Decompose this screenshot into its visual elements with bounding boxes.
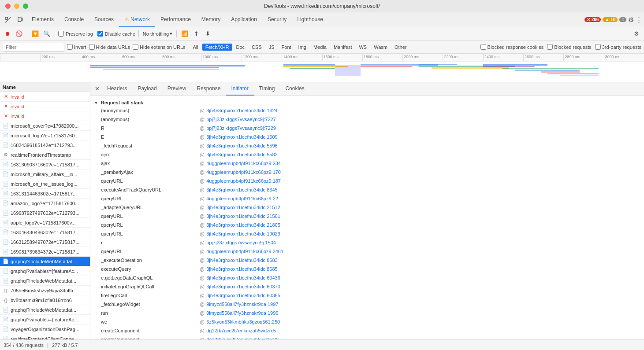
call-link[interactable]: 3jh4e3rghxoxn1icefnu34idc:60365 bbox=[206, 293, 280, 298]
call-link[interactable]: 3jh4e3rghxoxn1icefnu34idc:19029 bbox=[206, 231, 280, 236]
request-item[interactable]: ✕invalid bbox=[0, 102, 90, 111]
request-item[interactable]: 📄163046430486302e=1715817... bbox=[0, 228, 90, 237]
detail-close-button[interactable]: ✕ bbox=[92, 84, 102, 94]
call-link[interactable]: bpj7j23zixfggs7vvsaeync9j:1504 bbox=[206, 240, 276, 245]
filter-type-doc[interactable]: Doc bbox=[233, 44, 248, 51]
request-item[interactable]: 📄16313090371660?e=1715817... bbox=[0, 160, 90, 169]
request-item[interactable]: 📄graphql?includeWebMetadat... bbox=[0, 276, 90, 286]
call-link[interactable]: 3jh4e3rghxoxn1icefnu34idc:8683 bbox=[206, 258, 277, 263]
call-link[interactable]: 3jh4e3rghxoxn1icefnu34idc:21805 bbox=[206, 222, 280, 228]
request-item[interactable]: 📄microsoft_cover?e=17082000... bbox=[0, 121, 90, 131]
blocked-requests-checkbox[interactable] bbox=[547, 44, 553, 50]
filter-input[interactable] bbox=[3, 43, 64, 52]
hide-data-urls-checkbox[interactable] bbox=[89, 44, 95, 50]
call-link[interactable]: 3jh4e3rghxoxn1icefnu34idc:21512 bbox=[206, 205, 280, 210]
call-link[interactable]: dg12rk7ucc2t7enkmzuh5wdzn:22 bbox=[206, 337, 279, 339]
more-options-icon[interactable]: ⋮ bbox=[636, 16, 642, 24]
invert-checkbox-label[interactable]: Invert bbox=[67, 44, 86, 50]
request-call-stack-header[interactable]: ▼ Request call stack bbox=[90, 99, 644, 106]
filter-type-media[interactable]: Media bbox=[310, 44, 330, 51]
tab-response[interactable]: Response bbox=[191, 82, 226, 96]
tab-sources[interactable]: Sources bbox=[89, 12, 119, 27]
call-link[interactable]: 3jh4e3rghxoxn1icefnu34idc:21501 bbox=[206, 214, 280, 219]
hide-ext-urls-checkbox[interactable] bbox=[133, 44, 138, 50]
request-item[interactable]: 📄microsoft_logo?e=171581760... bbox=[0, 131, 90, 140]
tab-security[interactable]: Security bbox=[262, 12, 292, 27]
tab-payload[interactable]: Payload bbox=[132, 82, 162, 96]
call-link[interactable]: 3jh4e3rghxoxn1icefnu34idc:1624 bbox=[206, 108, 277, 113]
search-button[interactable]: 🔍 bbox=[42, 29, 52, 39]
call-link[interactable]: dg12rk7ucc2t7enkmzuh5wdzn:5 bbox=[206, 328, 276, 333]
disable-cache-checkbox[interactable] bbox=[97, 31, 103, 37]
call-link[interactable]: 3jh4e3rghxoxn1icefnu34idc:8345 bbox=[206, 187, 277, 192]
filter-type-wasm[interactable]: Wasm bbox=[371, 44, 391, 51]
call-link[interactable]: bpj7j23zixfggs7vvsaeync9j:7227 bbox=[206, 117, 276, 122]
call-link[interactable]: 3jh4e3rghxoxn1icefnu34idc:5596 bbox=[206, 143, 277, 148]
call-link[interactable]: 5z5kyon53kkmbhka3gzoq561:250 bbox=[206, 319, 280, 324]
tab-elements[interactable]: Elements bbox=[26, 12, 59, 27]
filter-type-fetchxhr[interactable]: Fetch/XHR bbox=[202, 44, 232, 51]
hide-ext-urls-label[interactable]: Hide extension URLs bbox=[133, 44, 185, 50]
tab-memory[interactable]: Memory bbox=[196, 12, 226, 27]
request-item[interactable]: 📄graphql?includeWebMetadat... bbox=[0, 305, 90, 315]
call-link[interactable]: 4uggpleemupb4pf911kc66pz9:2461 bbox=[206, 249, 283, 254]
preserve-log-checkbox[interactable] bbox=[58, 31, 64, 37]
call-link[interactable]: 3jh4e3rghxoxn1icefnu34idc:60370 bbox=[206, 284, 280, 289]
request-item[interactable]: 📄voyagerOrganizationDashPag... bbox=[0, 324, 90, 334]
upload-icon[interactable]: ⬆ bbox=[191, 29, 201, 39]
disable-cache-label[interactable]: Disable cache bbox=[97, 31, 135, 37]
tab-timing[interactable]: Timing bbox=[254, 82, 280, 96]
filter-button[interactable]: 🔽 bbox=[30, 29, 40, 39]
tab-console[interactable]: Console bbox=[59, 12, 89, 27]
request-item[interactable]: 📄realtimeFrontendClientConne... bbox=[0, 334, 90, 339]
request-item[interactable]: 📄microsoft_military_affairs__lo... bbox=[0, 169, 90, 179]
request-item[interactable]: 📄169687927497602e=1712793... bbox=[0, 208, 90, 218]
tab-performance[interactable]: Performance bbox=[155, 12, 196, 27]
request-item[interactable]: 📄169081739634372e=1715817... bbox=[0, 247, 90, 257]
tab-network[interactable]: ⚠ Network bbox=[119, 12, 155, 27]
invert-checkbox[interactable] bbox=[67, 44, 73, 50]
throttle-select[interactable]: No throttling ▾ bbox=[142, 31, 173, 37]
filter-type-css[interactable]: CSS bbox=[249, 44, 265, 51]
request-item[interactable]: ⚙realtimeFrontendTimestamp bbox=[0, 150, 90, 160]
clear-button[interactable]: 🚫 bbox=[14, 29, 24, 39]
filter-type-all[interactable]: All bbox=[190, 44, 201, 51]
tab-lighthouse[interactable]: Lighthouse bbox=[292, 12, 328, 27]
request-item[interactable]: 📄16824396185142e=1712793... bbox=[0, 140, 90, 150]
request-item[interactable]: 📄graphql?includeWebMetadat... bbox=[0, 257, 90, 266]
call-link[interactable]: bpj7j23zixfggs7vvsaeync9j:7229 bbox=[206, 125, 276, 131]
tab-initiator[interactable]: Initiator bbox=[226, 82, 253, 96]
filter-type-font[interactable]: Font bbox=[279, 44, 294, 51]
settings-gear-icon[interactable]: ⚙ bbox=[628, 16, 634, 24]
maximize-button[interactable] bbox=[23, 4, 28, 9]
call-link[interactable]: 3jh4e3rghxoxn1icefnu34idc:8685 bbox=[206, 266, 277, 272]
request-item[interactable]: ✕invalid bbox=[0, 92, 90, 102]
call-link[interactable]: 9imyzd558ail7fy3hznskr9da:1996 bbox=[206, 310, 278, 316]
call-link[interactable]: 3jh4e3rghxoxn1icefnu34idc:5582 bbox=[206, 152, 277, 157]
blocked-cookies-label[interactable]: Blocked response cookies bbox=[480, 44, 544, 50]
request-item[interactable]: 📄amazon_logo?e=1715817600... bbox=[0, 199, 90, 208]
blocked-cookies-checkbox[interactable] bbox=[480, 44, 486, 50]
call-link[interactable]: 3jh4e3rghxoxn1icefnu34idc:1609 bbox=[206, 134, 277, 140]
filter-type-js[interactable]: JS bbox=[266, 44, 278, 51]
request-item[interactable]: {}705hel6mskshzvy9apa34olfb bbox=[0, 286, 90, 295]
call-link[interactable]: 4uggpleemupb4pf911kc66pz9:187 bbox=[206, 178, 281, 184]
network-settings-button[interactable]: ⚙ bbox=[632, 29, 641, 39]
preserve-log-label[interactable]: Preserve log bbox=[58, 31, 93, 37]
download-icon[interactable]: ⬇ bbox=[203, 29, 212, 39]
third-party-checkbox[interactable] bbox=[595, 44, 601, 50]
tab-application[interactable]: Application bbox=[226, 12, 262, 27]
wifi-icon[interactable]: 📶 bbox=[180, 29, 190, 39]
tab-preview[interactable]: Preview bbox=[162, 82, 192, 96]
hide-data-urls-label[interactable]: Hide data URLs bbox=[89, 44, 130, 50]
record-button[interactable]: ⏺ bbox=[3, 29, 12, 39]
request-item[interactable]: 📄graphql?variables={featureAc... bbox=[0, 266, 90, 276]
request-item[interactable]: 📄microsoft_on_the_issues_log... bbox=[0, 179, 90, 189]
request-item[interactable]: {}bv8tdasmxt9m1cfia016rron6 bbox=[0, 295, 90, 305]
call-link[interactable]: 4uggpleemupb4pf911kc66pz9:170 bbox=[206, 169, 281, 175]
call-link[interactable]: 4uggpleemupb4pf911kc66pz9:234 bbox=[206, 161, 281, 166]
blocked-requests-label[interactable]: Blocked requests bbox=[547, 44, 591, 50]
filter-type-img[interactable]: Img bbox=[295, 44, 309, 51]
request-item[interactable]: 📄apple_logo?e=1715817600v... bbox=[0, 218, 90, 228]
filter-type-manifest[interactable]: Manifest bbox=[331, 44, 355, 51]
